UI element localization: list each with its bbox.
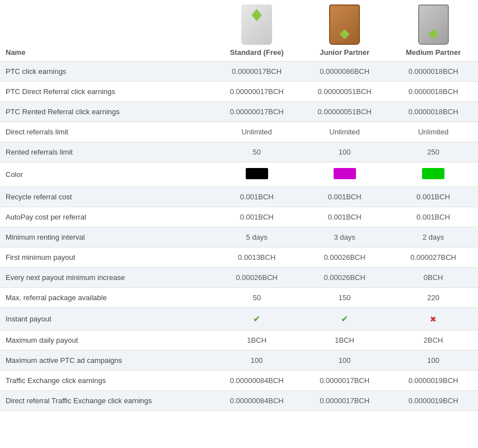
cross-icon: ✖ bbox=[430, 315, 437, 324]
medium-membership-icon bbox=[418, 4, 449, 45]
medium-value-cell: 220 bbox=[388, 288, 478, 308]
junior-value-cell: 0.00000051BCH bbox=[301, 102, 388, 122]
standard-icon-container bbox=[218, 4, 295, 45]
row-name-cell: PTC click earnings bbox=[0, 62, 213, 82]
table-row: Every next payout minimum increase0.0002… bbox=[0, 268, 478, 288]
name-column-header: Name bbox=[0, 0, 213, 62]
standard-value-cell: Unlimited bbox=[213, 122, 301, 142]
standard-value-cell: ✔ bbox=[213, 308, 301, 330]
standard-value-cell: 0.0000017BCH bbox=[213, 62, 301, 82]
junior-color-swatch bbox=[334, 168, 356, 179]
junior-value-cell: 0.001BCH bbox=[301, 207, 388, 227]
checkmark-icon: ✔ bbox=[253, 314, 260, 324]
junior-value-cell: 0.00026BCH bbox=[301, 268, 388, 288]
row-name-cell: Traffic Exchange click earnings bbox=[0, 371, 213, 391]
standard-value-cell: 100 bbox=[213, 351, 301, 371]
row-name-cell: Max. referral package available bbox=[0, 288, 213, 308]
row-name-cell: Maximum active PTC ad campaigns bbox=[0, 351, 213, 371]
row-name-cell: Recycle referral cost bbox=[0, 187, 213, 207]
standard-value-cell: 0.00026BCH bbox=[213, 268, 301, 288]
row-name-cell: AutoPay cost per referral bbox=[0, 207, 213, 227]
standard-column-header: Standard (Free) bbox=[213, 0, 301, 62]
junior-value-cell bbox=[301, 162, 388, 187]
table-row: Maximum daily payout1BCH1BCH2BCH bbox=[0, 330, 478, 351]
table-row: Direct referrals limitUnlimitedUnlimited… bbox=[0, 122, 478, 142]
table-header-row: Name Standard (Free) Junior Partner bbox=[0, 0, 478, 62]
junior-value-cell: 100 bbox=[301, 142, 388, 162]
medium-value-cell: 0.000027BCH bbox=[388, 248, 478, 268]
junior-membership-icon bbox=[329, 4, 360, 45]
row-name-cell: PTC Rented Referral click earnings bbox=[0, 102, 213, 122]
standard-value-cell: 5 days bbox=[213, 227, 301, 248]
medium-value-cell: 0.001BCH bbox=[388, 207, 478, 227]
medium-icon-container bbox=[394, 4, 472, 45]
row-name-cell: Direct referrals limit bbox=[0, 122, 213, 142]
row-name-cell: Instant payout bbox=[0, 308, 213, 330]
standard-value-cell: 0.00000084BCH bbox=[213, 371, 301, 391]
comparison-table-container: Name Standard (Free) Junior Partner bbox=[0, 0, 478, 411]
medium-value-cell: 0.0000019BCH bbox=[388, 391, 478, 411]
row-name-cell: Maximum daily payout bbox=[0, 330, 213, 351]
junior-value-cell: 0.0000017BCH bbox=[301, 371, 388, 391]
medium-value-cell: 2BCH bbox=[388, 330, 478, 351]
medium-color-swatch bbox=[422, 168, 444, 179]
medium-value-cell: 100 bbox=[388, 351, 478, 371]
standard-value-cell: 1BCH bbox=[213, 330, 301, 351]
checkmark-icon: ✔ bbox=[341, 314, 348, 324]
standard-color-swatch bbox=[246, 168, 268, 179]
junior-value-cell: ✔ bbox=[301, 308, 388, 330]
table-row: AutoPay cost per referral0.001BCH0.001BC… bbox=[0, 207, 478, 227]
row-name-cell: Rented referrals limit bbox=[0, 142, 213, 162]
medium-value-cell bbox=[388, 162, 478, 187]
table-body: PTC click earnings0.0000017BCH0.0000086B… bbox=[0, 62, 478, 411]
standard-value-cell: 0.001BCH bbox=[213, 207, 301, 227]
medium-value-cell: 0.0000019BCH bbox=[388, 371, 478, 391]
junior-column-header: Junior Partner bbox=[301, 0, 388, 62]
table-row: Color bbox=[0, 162, 478, 187]
table-row: Traffic Exchange click earnings0.0000008… bbox=[0, 371, 478, 391]
junior-value-cell: 0.00026BCH bbox=[301, 248, 388, 268]
standard-value-cell: 0.0013BCH bbox=[213, 248, 301, 268]
standard-value-cell: 0.00000017BCH bbox=[213, 102, 301, 122]
table-row: First minimum payout0.0013BCH0.00026BCH0… bbox=[0, 248, 478, 268]
standard-value-cell: 0.00000017BCH bbox=[213, 82, 301, 102]
standard-value-cell: 50 bbox=[213, 142, 301, 162]
medium-value-cell: 0.001BCH bbox=[388, 187, 478, 207]
junior-value-cell: 0.0000017BCH bbox=[301, 391, 388, 411]
junior-value-cell: 1BCH bbox=[301, 330, 388, 351]
junior-value-cell: 3 days bbox=[301, 227, 388, 248]
standard-value-cell: 0.00000084BCH bbox=[213, 391, 301, 411]
medium-value-cell: 0BCH bbox=[388, 268, 478, 288]
medium-column-header: Medium Partner bbox=[388, 0, 478, 62]
medium-value-cell: 0.0000018BCH bbox=[388, 82, 478, 102]
medium-value-cell: 2 days bbox=[388, 227, 478, 248]
row-name-cell: Every next payout minimum increase bbox=[0, 268, 213, 288]
junior-icon-container bbox=[306, 4, 383, 45]
table-row: Max. referral package available50150220 bbox=[0, 288, 478, 308]
table-row: PTC click earnings0.0000017BCH0.0000086B… bbox=[0, 62, 478, 82]
junior-value-cell: 0.0000086BCH bbox=[301, 62, 388, 82]
table-row: Rented referrals limit50100250 bbox=[0, 142, 478, 162]
membership-comparison-table: Name Standard (Free) Junior Partner bbox=[0, 0, 478, 411]
table-row: Recycle referral cost0.001BCH0.001BCH0.0… bbox=[0, 187, 478, 207]
standard-membership-icon bbox=[241, 4, 272, 45]
junior-value-cell: Unlimited bbox=[301, 122, 388, 142]
row-name-cell: PTC Direct Referral click earnings bbox=[0, 82, 213, 102]
medium-value-cell: Unlimited bbox=[388, 122, 478, 142]
junior-value-cell: 100 bbox=[301, 351, 388, 371]
row-name-cell: Color bbox=[0, 162, 213, 187]
medium-value-cell: ✖ bbox=[388, 308, 478, 330]
row-name-cell: First minimum payout bbox=[0, 248, 213, 268]
junior-value-cell: 0.001BCH bbox=[301, 187, 388, 207]
table-row: Maximum active PTC ad campaigns100100100 bbox=[0, 351, 478, 371]
medium-value-cell: 250 bbox=[388, 142, 478, 162]
row-name-cell: Minimum renting interval bbox=[0, 227, 213, 248]
table-row: Instant payout✔✔✖ bbox=[0, 308, 478, 330]
table-row: PTC Rented Referral click earnings0.0000… bbox=[0, 102, 478, 122]
table-row: PTC Direct Referral click earnings0.0000… bbox=[0, 82, 478, 102]
medium-value-cell: 0.0000018BCH bbox=[388, 62, 478, 82]
medium-value-cell: 0.0000018BCH bbox=[388, 102, 478, 122]
table-row: Direct referral Traffic Exchange click e… bbox=[0, 391, 478, 411]
standard-value-cell: 50 bbox=[213, 288, 301, 308]
standard-value-cell: 0.001BCH bbox=[213, 187, 301, 207]
